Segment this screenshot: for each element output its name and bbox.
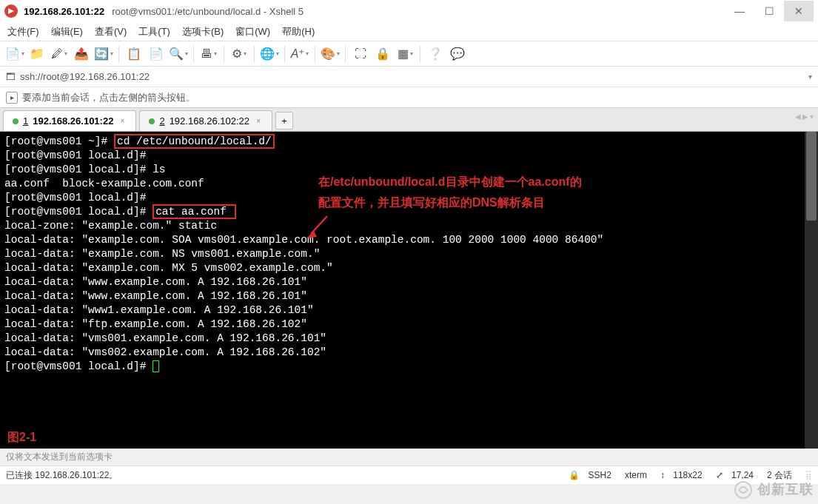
color-button[interactable]: 🎨 xyxy=(320,44,341,64)
status-protocol: 🔒 SSH2 xyxy=(569,470,611,480)
window-title-sub: root@vms001:/etc/unbound/local.d - Xshel… xyxy=(112,6,304,17)
tab-2[interactable]: 2 192.168.26.102:22 × xyxy=(139,110,272,131)
window-title-main: 192.168.26.101:22 xyxy=(24,6,104,17)
menu-window[interactable]: 窗口(W) xyxy=(235,25,270,38)
annotation-line-1: 在/etc/unbound/local.d目录中创建一个aa.conf的 xyxy=(318,175,582,189)
tab-1[interactable]: 1 192.168.26.101:22 × xyxy=(3,110,136,131)
properties-button[interactable]: ⚙ xyxy=(229,44,249,64)
maximize-button[interactable]: ☐ xyxy=(754,1,784,21)
position-icon: ⤢ xyxy=(716,470,723,480)
add-session-icon[interactable]: ▸ xyxy=(6,92,18,104)
address-icon: 🗔 xyxy=(6,71,16,82)
svg-line-0 xyxy=(311,216,327,234)
tab-nav: ◀ ▶ ▾ xyxy=(795,112,814,121)
address-text: ssh://root@192.168.26.101:22 xyxy=(20,71,150,82)
toolbar: 📄 📁 🖉 📤 🔄 📋 📄 🔍 🖶 ⚙ 🌐 A⁺ 🎨 ⛶ 🔒 ▦ ❔ 💬 xyxy=(0,41,818,67)
status-dot-icon xyxy=(149,118,155,124)
status-dot-icon xyxy=(13,118,19,124)
terminal-scrollbar[interactable] xyxy=(805,132,818,448)
app-icon xyxy=(4,4,18,18)
tab-menu-icon[interactable]: ▾ xyxy=(810,112,814,121)
resize-icon: ↕ xyxy=(660,470,665,480)
status-term: xterm xyxy=(625,470,647,480)
print-button[interactable]: 🖶 xyxy=(198,44,219,64)
tab-next-icon[interactable]: ▶ xyxy=(802,112,808,121)
status-grip-icon: ⣿ xyxy=(805,470,812,480)
menu-bar: 文件(F) 编辑(E) 查看(V) 工具(T) 选项卡(B) 窗口(W) 帮助(… xyxy=(0,22,818,41)
send-text-label: 仅将文本发送到当前选项卡 xyxy=(6,451,113,462)
reconnect-button[interactable]: 🔄 xyxy=(93,44,114,64)
find-button[interactable]: 🔍 xyxy=(168,44,189,64)
menu-file[interactable]: 文件(F) xyxy=(7,25,39,38)
hint-bar: ▸ 要添加当前会话，点击左侧的箭头按钮。 xyxy=(0,87,818,108)
address-dropdown-icon[interactable]: ▾ xyxy=(808,73,812,81)
title-bar: 192.168.26.101:22 root@vms001:/etc/unbou… xyxy=(0,0,818,22)
tab-number: 1 xyxy=(23,115,28,127)
tab-label: 192.168.26.102:22 xyxy=(170,115,249,127)
menu-view[interactable]: 查看(V) xyxy=(95,25,127,38)
menu-edit[interactable]: 编辑(E) xyxy=(51,25,83,38)
hint-text: 要添加当前会话，点击左侧的箭头按钮。 xyxy=(22,91,195,104)
annotation-line-2: 配置文件，并且填写好相应的DNS解析条目 xyxy=(318,195,545,209)
font-button[interactable]: A⁺ xyxy=(289,44,310,64)
status-connection: 已连接 192.168.26.101:22。 xyxy=(6,469,118,482)
menu-tabs[interactable]: 选项卡(B) xyxy=(182,25,224,38)
send-text-bar[interactable]: 仅将文本发送到当前选项卡 xyxy=(0,448,818,466)
chat-button[interactable]: 💬 xyxy=(447,44,468,64)
paste-button[interactable]: 📄 xyxy=(146,44,167,64)
close-button[interactable]: ✕ xyxy=(784,1,814,21)
status-pos: ⤢ 17,24 xyxy=(716,470,754,480)
new-session-button[interactable]: 📄 xyxy=(4,44,25,64)
lock-button[interactable]: 🔒 xyxy=(372,44,393,64)
fullscreen-button[interactable]: ⛶ xyxy=(350,44,371,64)
add-tab-button[interactable]: + xyxy=(275,112,293,130)
scrollbar-thumb[interactable] xyxy=(806,132,817,221)
watermark: 创新互联 xyxy=(734,480,814,500)
tab-prev-icon[interactable]: ◀ xyxy=(795,112,801,121)
figure-label: 图2-1 xyxy=(7,430,36,444)
status-bar: 已连接 192.168.26.101:22。 🔒 SSH2 xterm ↕ 11… xyxy=(0,466,818,484)
copy-button[interactable]: 📋 xyxy=(124,44,144,64)
layout-button[interactable]: ▦ xyxy=(395,44,415,64)
menu-tools[interactable]: 工具(T) xyxy=(138,25,170,38)
address-bar[interactable]: 🗔 ssh://root@192.168.26.101:22 ▾ xyxy=(0,67,818,87)
tab-number: 2 xyxy=(159,115,164,127)
globe-button[interactable]: 🌐 xyxy=(259,44,280,64)
svg-point-2 xyxy=(735,482,751,498)
help-button[interactable]: ❔ xyxy=(425,44,446,64)
menu-help[interactable]: 帮助(H) xyxy=(282,25,315,38)
annotation-arrow-icon xyxy=(304,212,333,241)
transfer-button[interactable]: 📤 xyxy=(71,44,92,64)
minimize-button[interactable]: — xyxy=(725,1,754,21)
lock-icon: 🔒 xyxy=(569,470,580,480)
open-button[interactable]: 📁 xyxy=(27,44,47,64)
tab-bar: 1 192.168.26.101:22 × 2 192.168.26.102:2… xyxy=(0,108,818,132)
tab-close-icon[interactable]: × xyxy=(118,117,127,126)
tab-close-icon[interactable]: × xyxy=(254,117,263,126)
tab-label: 192.168.26.101:22 xyxy=(33,115,113,127)
terminal-area: [root@vms001 ~]# cd /etc/unbound/local.d… xyxy=(0,132,818,448)
terminal[interactable]: [root@vms001 ~]# cd /etc/unbound/local.d… xyxy=(0,132,805,448)
save-button[interactable]: 🖉 xyxy=(49,44,70,64)
status-size: ↕ 118x22 xyxy=(660,470,703,480)
